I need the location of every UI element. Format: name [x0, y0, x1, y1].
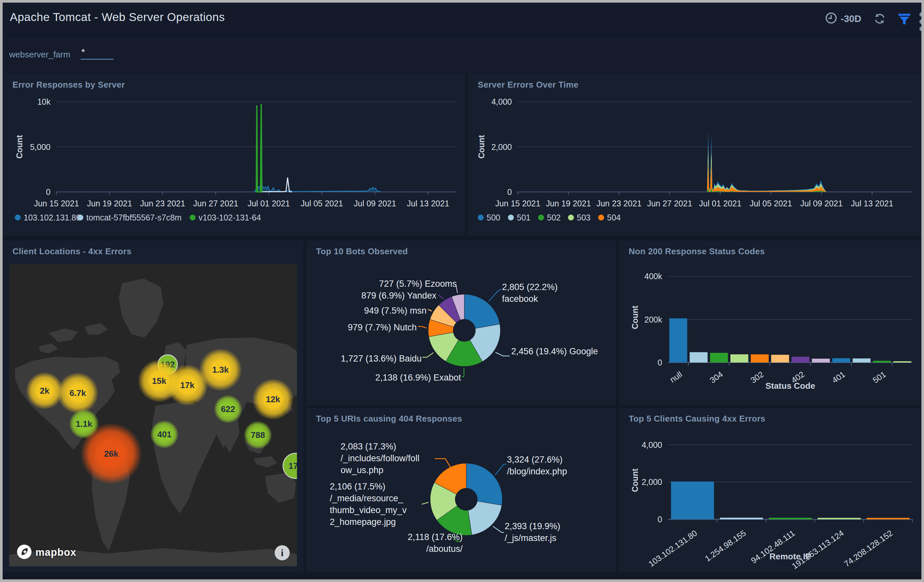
svg-text:501: 501 [871, 369, 888, 385]
filter-button[interactable] [897, 12, 912, 28]
panel-top-uris: Top 5 URIs causing 404 Responses 2,083 (… [306, 408, 616, 572]
panel-title: Client Locations - 4xx Errors [12, 246, 132, 257]
svg-text:500: 500 [487, 213, 500, 222]
bar[interactable] [771, 354, 789, 363]
bar[interactable] [671, 481, 714, 519]
legend-item[interactable]: 103.102.131.80 [15, 213, 81, 222]
bar[interactable] [853, 359, 871, 363]
svg-text:74.208.128.152: 74.208.128.152 [842, 528, 894, 569]
map-bubble-622[interactable]: 622 [214, 395, 242, 423]
stack-501[interactable] [707, 143, 827, 192]
svg-text:Jul 09 2021: Jul 09 2021 [800, 199, 843, 208]
series-v103-102-131-64[interactable] [256, 104, 262, 192]
svg-text:191.253.113.124: 191.253.113.124 [790, 528, 845, 571]
bar[interactable] [710, 353, 728, 363]
non200-bar-chart[interactable]: 0200k400knull304302402401501Status CodeC… [619, 241, 921, 407]
map-bubble-788[interactable]: 788 [244, 421, 272, 449]
svg-text:Jun 15 2021: Jun 15 2021 [34, 199, 79, 208]
filter-name-label: webserver_farm [9, 49, 70, 60]
map-continents [9, 264, 297, 566]
legend-item[interactable]: 502 [538, 213, 561, 222]
filter-bar: webserver_farm [3, 40, 921, 74]
map-bubble-401[interactable]: 401 [150, 420, 178, 448]
donut-label-exabot: 2,138 (16.9%) Exabot [375, 372, 461, 384]
svg-text:200k: 200k [644, 315, 662, 324]
world-map[interactable]: 1921.3k15k17k2k6.7k12k6221.1k40178826k17… [9, 264, 297, 566]
svg-text:103.102.131.80: 103.102.131.80 [24, 213, 81, 222]
info-icon: i [281, 547, 284, 558]
donut-label-aboutus: 2,118 (17.6%) /aboutus/ [408, 531, 463, 555]
donut-label-facebook: 2,805 (22.2%) facebook [502, 281, 558, 305]
kebab-menu-icon[interactable] [917, 12, 921, 31]
stack-503[interactable] [707, 144, 827, 192]
bar[interactable] [720, 518, 763, 519]
svg-text:504: 504 [607, 213, 621, 222]
bar[interactable] [893, 361, 912, 363]
map-bubble-26k[interactable]: 26k [81, 424, 142, 484]
donut-slice-facebook[interactable] [464, 294, 500, 328]
bar[interactable] [832, 358, 850, 363]
svg-text:Count: Count [630, 305, 640, 330]
svg-text:Jul 01 2021: Jul 01 2021 [699, 199, 741, 208]
svg-text:Count: Count [477, 135, 486, 159]
svg-text:10k: 10k [37, 97, 51, 106]
bar[interactable] [866, 518, 909, 519]
bar[interactable] [792, 357, 810, 363]
bar[interactable] [812, 359, 830, 363]
donut-label-includes: 2,083 (17.3%) /_includes/follow/foll ow_… [341, 440, 419, 476]
svg-text:0: 0 [46, 187, 51, 196]
svg-text:0: 0 [507, 187, 512, 196]
panel-server-errors: Server Errors Over Time 02,0004,000Jun 1… [468, 74, 921, 236]
error-responses-chart[interactable]: 05,00010kJun 15 2021Jun 19 2021Jun 23 20… [3, 74, 465, 237]
bar[interactable] [669, 318, 687, 363]
svg-text:Jun 27 2021: Jun 27 2021 [193, 199, 239, 208]
bar[interactable] [730, 354, 749, 363]
svg-text:Count: Count [15, 135, 24, 159]
donut-slice-/blog/index.php[interactable] [466, 463, 502, 505]
legend-item[interactable]: 500 [478, 213, 500, 222]
map-info-button[interactable]: i [275, 545, 290, 561]
clients-bar-chart[interactable]: 02,0004,000103.102.131.801.254.98.15594.… [619, 408, 921, 574]
legend-item[interactable]: 501 [508, 213, 531, 222]
legend-item[interactable]: 504 [598, 213, 621, 222]
svg-text:Jul 01 2021: Jul 01 2021 [248, 199, 290, 208]
svg-text:v103-102-131-64: v103-102-131-64 [198, 213, 261, 222]
svg-text:401: 401 [830, 369, 846, 385]
svg-text:502: 502 [547, 213, 561, 222]
svg-text:103.102.131.80: 103.102.131.80 [647, 528, 699, 569]
svg-text:1.254.98.155: 1.254.98.155 [703, 528, 748, 563]
filter-value-input[interactable] [81, 46, 114, 60]
stack-504[interactable] [707, 162, 827, 192]
map-bubble-6.7k[interactable]: 6.7k [58, 373, 98, 413]
bar[interactable] [690, 352, 708, 363]
svg-text:302: 302 [749, 369, 765, 385]
stack-500[interactable] [707, 130, 827, 192]
svg-text:Remote IP: Remote IP [769, 551, 811, 561]
legend-item[interactable]: v103-102-131-64 [190, 213, 261, 222]
refresh-button[interactable] [873, 12, 887, 27]
bar[interactable] [818, 518, 861, 519]
panel-top-bots: Top 10 Bots Observed 727 (5.7%) Ezooms 8… [306, 241, 616, 405]
svg-text:400k: 400k [644, 272, 662, 281]
bar[interactable] [769, 518, 812, 519]
donut-slice-/_js/master.js[interactable] [468, 501, 502, 535]
svg-text:Jul 09 2021: Jul 09 2021 [354, 199, 396, 208]
clock-icon [825, 12, 837, 26]
svg-text:Jun 23 2021: Jun 23 2021 [597, 199, 642, 208]
svg-text:Jun 27 2021: Jun 27 2021 [647, 199, 692, 208]
bar[interactable] [873, 361, 891, 363]
bar[interactable] [751, 354, 769, 363]
legend-item[interactable]: tomcat-57fbf55567-s7c8m [78, 213, 182, 222]
map-bubble-17k[interactable]: 17k [167, 365, 208, 406]
svg-text:Jun 19 2021: Jun 19 2021 [87, 199, 132, 208]
mapbox-attribution[interactable]: mapbox [16, 544, 76, 561]
svg-text:Count: Count [630, 468, 640, 492]
server-errors-chart[interactable]: 02,0004,000Jun 15 2021Jun 19 2021Jun 23 … [468, 74, 921, 237]
donut-label-ezooms: 727 (5.7%) Ezooms [379, 278, 457, 290]
svg-text:Jun 15 2021: Jun 15 2021 [495, 199, 540, 208]
donut-label-baidu: 1,727 (13.6%) Baidu [341, 353, 422, 364]
svg-text:304: 304 [708, 369, 724, 385]
legend-item[interactable]: 503 [568, 213, 591, 222]
time-range-button[interactable]: -30D [825, 12, 861, 26]
map-bubble-12k[interactable]: 12k [252, 379, 293, 420]
